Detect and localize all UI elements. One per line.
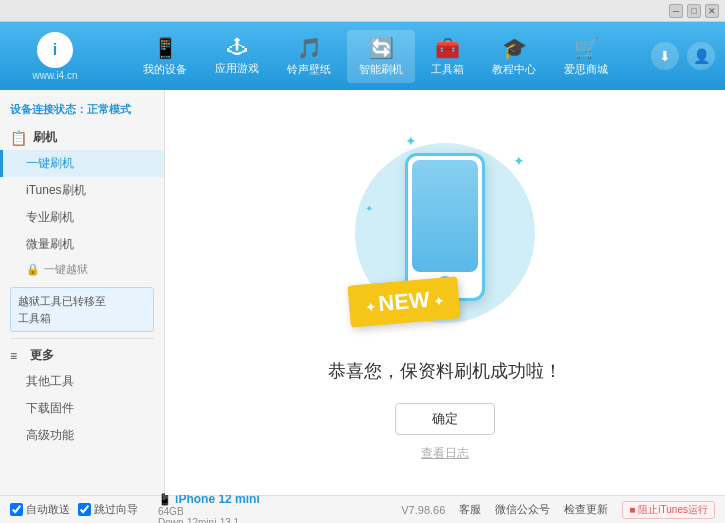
- skip-wizard-checkbox[interactable]: [78, 503, 91, 516]
- wechat-link[interactable]: 微信公众号: [495, 502, 550, 517]
- device-os: Down-12mini-13.1: [158, 517, 260, 524]
- bottom-right: V7.98.66 客服 微信公众号 检查更新 ■ 阻止iTunes运行: [401, 501, 715, 519]
- nav-apps-label: 应用游戏: [215, 61, 259, 76]
- nav-smart-flash-label: 智能刷机: [359, 62, 403, 77]
- nav-smart-flash-icon: 🔄: [369, 36, 394, 60]
- nav-bar: 📱 我的设备 🕹 应用游戏 🎵 铃声壁纸 🔄 智能刷机 🧰 工具箱 🎓 教程中心…: [100, 30, 651, 83]
- nav-toolbox-icon: 🧰: [435, 36, 460, 60]
- nav-ringtones[interactable]: 🎵 铃声壁纸: [275, 30, 343, 83]
- sparkle-2: ✦: [513, 153, 525, 169]
- sidebar-item-itunes-flash[interactable]: iTunes刷机: [0, 177, 164, 204]
- maximize-button[interactable]: □: [687, 4, 701, 18]
- success-message: 恭喜您，保资料刷机成功啦！: [328, 359, 562, 383]
- nav-smart-flash[interactable]: 🔄 智能刷机: [347, 30, 415, 83]
- main-area: 设备连接状态：正常模式 📋 刷机 一键刷机 iTunes刷机 专业刷机 微量刷机…: [0, 90, 725, 495]
- device-capacity: 64GB: [158, 506, 260, 517]
- sidebar-item-pro-flash[interactable]: 专业刷机: [0, 204, 164, 231]
- nav-shop-icon: 🛒: [574, 36, 599, 60]
- auto-flash-label: 自动敢送: [26, 502, 70, 517]
- connection-status: 设备连接状态：正常模式: [0, 98, 164, 121]
- sidebar-item-onekey-flash[interactable]: 一键刷机: [0, 150, 164, 177]
- check-update-link[interactable]: 检查更新: [564, 502, 608, 517]
- version-label: V7.98.66: [401, 504, 445, 516]
- nav-ringtones-label: 铃声壁纸: [287, 62, 331, 77]
- nav-tutorial-label: 教程中心: [492, 62, 536, 77]
- nav-shop-label: 爱思商城: [564, 62, 608, 77]
- skip-wizard-label: 跳过向导: [94, 502, 138, 517]
- sparkle-3: ✦: [365, 203, 373, 214]
- auto-flash-checkbox-group[interactable]: 自动敢送: [10, 502, 70, 517]
- bottom-bar: 自动敢送 跳过向导 📱 iPhone 12 mini 64GB Down-12m…: [0, 495, 725, 523]
- flash-section-icon: 📋: [10, 130, 27, 146]
- sidebar-item-advanced[interactable]: 高级功能: [0, 422, 164, 449]
- nav-tutorial-icon: 🎓: [502, 36, 527, 60]
- sidebar-item-micro-flash[interactable]: 微量刷机: [0, 231, 164, 258]
- view-log-link[interactable]: 查看日志: [421, 445, 469, 462]
- download-button[interactable]: ⬇: [651, 42, 679, 70]
- sidebar-item-other-tools[interactable]: 其他工具: [0, 368, 164, 395]
- logo-area: i www.i4.cn: [10, 32, 100, 81]
- itunes-status-icon: ■: [629, 504, 635, 515]
- flash-section-header: 📋 刷机: [0, 125, 164, 150]
- jailbreak-info-box: 越狱工具已转移至 工具箱: [10, 287, 154, 332]
- phone-screen: [412, 160, 478, 272]
- nav-ringtones-icon: 🎵: [297, 36, 322, 60]
- more-section-icon: ≡: [10, 349, 30, 363]
- device-info: 📱 iPhone 12 mini 64GB Down-12mini-13.1: [158, 492, 260, 524]
- itunes-status[interactable]: ■ 阻止iTunes运行: [622, 501, 715, 519]
- logo-icon: i: [37, 32, 73, 68]
- sidebar-divider: [10, 338, 154, 339]
- close-button[interactable]: ✕: [705, 4, 719, 18]
- nav-my-device-icon: 📱: [153, 36, 178, 60]
- nav-apps-icon: 🕹: [227, 36, 247, 59]
- content-area: ✦ ✦ ✦ NEW 恭喜您，保资料刷机成功啦！ 确定 查看日志: [165, 90, 725, 495]
- title-bar: ─ □ ✕: [0, 0, 725, 22]
- skip-wizard-checkbox-group[interactable]: 跳过向导: [78, 502, 138, 517]
- nav-my-device-label: 我的设备: [143, 62, 187, 77]
- nav-toolbox[interactable]: 🧰 工具箱: [419, 30, 476, 83]
- bottom-left: 自动敢送 跳过向导 📱 iPhone 12 mini 64GB Down-12m…: [10, 492, 401, 524]
- nav-apps-games[interactable]: 🕹 应用游戏: [203, 30, 271, 83]
- nav-shop[interactable]: 🛒 爱思商城: [552, 30, 620, 83]
- nav-tutorial[interactable]: 🎓 教程中心: [480, 30, 548, 83]
- minimize-button[interactable]: ─: [669, 4, 683, 18]
- lock-icon: 🔒: [26, 263, 40, 276]
- jailbreak-lock-label: 🔒 一键越狱: [0, 258, 164, 281]
- user-button[interactable]: 👤: [687, 42, 715, 70]
- sparkle-1: ✦: [405, 133, 417, 149]
- more-section-header: ≡ 更多: [0, 343, 164, 368]
- phone-illustration: ✦ ✦ ✦ NEW: [345, 123, 545, 343]
- auto-flash-checkbox[interactable]: [10, 503, 23, 516]
- sidebar-item-download-fw[interactable]: 下载固件: [0, 395, 164, 422]
- nav-actions: ⬇ 👤: [651, 42, 715, 70]
- nav-my-device[interactable]: 📱 我的设备: [131, 30, 199, 83]
- confirm-button[interactable]: 确定: [395, 403, 495, 435]
- logo-url: www.i4.cn: [32, 70, 77, 81]
- header: i www.i4.cn 📱 我的设备 🕹 应用游戏 🎵 铃声壁纸 🔄 智能刷机 …: [0, 22, 725, 90]
- nav-toolbox-label: 工具箱: [431, 62, 464, 77]
- support-link[interactable]: 客服: [459, 502, 481, 517]
- sidebar: 设备连接状态：正常模式 📋 刷机 一键刷机 iTunes刷机 专业刷机 微量刷机…: [0, 90, 165, 495]
